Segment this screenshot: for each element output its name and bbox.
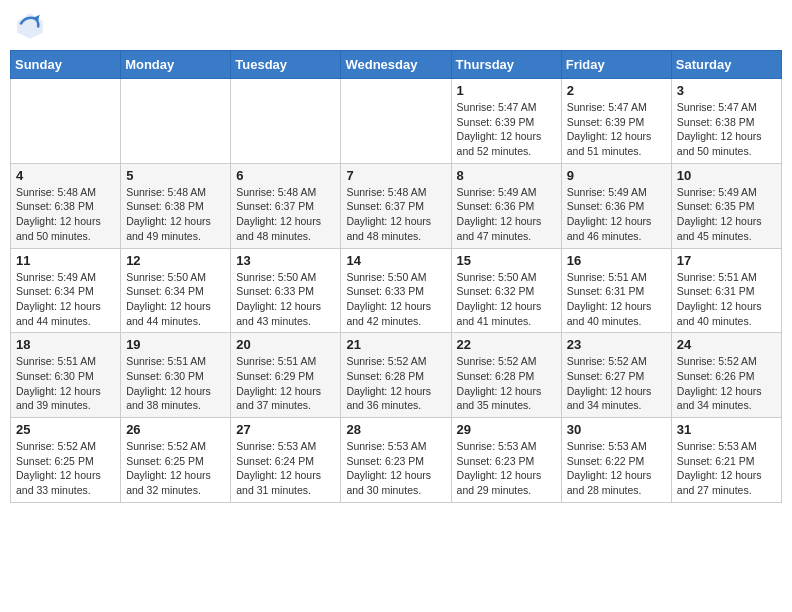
day-number: 3 bbox=[677, 83, 776, 98]
day-number: 24 bbox=[677, 337, 776, 352]
calendar-cell: 26Sunrise: 5:52 AM Sunset: 6:25 PM Dayli… bbox=[121, 418, 231, 503]
day-number: 13 bbox=[236, 253, 335, 268]
day-info: Sunrise: 5:49 AM Sunset: 6:36 PM Dayligh… bbox=[457, 185, 556, 244]
day-number: 17 bbox=[677, 253, 776, 268]
day-number: 19 bbox=[126, 337, 225, 352]
day-number: 4 bbox=[16, 168, 115, 183]
logo bbox=[14, 10, 50, 42]
calendar-header-row: SundayMondayTuesdayWednesdayThursdayFrid… bbox=[11, 51, 782, 79]
calendar-cell: 16Sunrise: 5:51 AM Sunset: 6:31 PM Dayli… bbox=[561, 248, 671, 333]
calendar-cell: 12Sunrise: 5:50 AM Sunset: 6:34 PM Dayli… bbox=[121, 248, 231, 333]
calendar-cell: 18Sunrise: 5:51 AM Sunset: 6:30 PM Dayli… bbox=[11, 333, 121, 418]
day-number: 28 bbox=[346, 422, 445, 437]
day-info: Sunrise: 5:51 AM Sunset: 6:31 PM Dayligh… bbox=[567, 270, 666, 329]
day-number: 23 bbox=[567, 337, 666, 352]
calendar-cell bbox=[231, 79, 341, 164]
day-info: Sunrise: 5:52 AM Sunset: 6:28 PM Dayligh… bbox=[346, 354, 445, 413]
calendar-week-row: 18Sunrise: 5:51 AM Sunset: 6:30 PM Dayli… bbox=[11, 333, 782, 418]
calendar-cell: 20Sunrise: 5:51 AM Sunset: 6:29 PM Dayli… bbox=[231, 333, 341, 418]
day-number: 12 bbox=[126, 253, 225, 268]
day-info: Sunrise: 5:51 AM Sunset: 6:30 PM Dayligh… bbox=[126, 354, 225, 413]
day-info: Sunrise: 5:50 AM Sunset: 6:33 PM Dayligh… bbox=[236, 270, 335, 329]
calendar-cell: 21Sunrise: 5:52 AM Sunset: 6:28 PM Dayli… bbox=[341, 333, 451, 418]
day-of-week-header: Wednesday bbox=[341, 51, 451, 79]
day-info: Sunrise: 5:51 AM Sunset: 6:29 PM Dayligh… bbox=[236, 354, 335, 413]
day-number: 10 bbox=[677, 168, 776, 183]
day-info: Sunrise: 5:53 AM Sunset: 6:22 PM Dayligh… bbox=[567, 439, 666, 498]
calendar-cell: 14Sunrise: 5:50 AM Sunset: 6:33 PM Dayli… bbox=[341, 248, 451, 333]
day-number: 9 bbox=[567, 168, 666, 183]
logo-icon bbox=[14, 10, 46, 42]
day-info: Sunrise: 5:51 AM Sunset: 6:31 PM Dayligh… bbox=[677, 270, 776, 329]
day-info: Sunrise: 5:50 AM Sunset: 6:32 PM Dayligh… bbox=[457, 270, 556, 329]
day-info: Sunrise: 5:53 AM Sunset: 6:23 PM Dayligh… bbox=[457, 439, 556, 498]
day-info: Sunrise: 5:52 AM Sunset: 6:28 PM Dayligh… bbox=[457, 354, 556, 413]
calendar-cell bbox=[11, 79, 121, 164]
day-info: Sunrise: 5:49 AM Sunset: 6:34 PM Dayligh… bbox=[16, 270, 115, 329]
calendar-cell: 15Sunrise: 5:50 AM Sunset: 6:32 PM Dayli… bbox=[451, 248, 561, 333]
calendar-cell: 28Sunrise: 5:53 AM Sunset: 6:23 PM Dayli… bbox=[341, 418, 451, 503]
day-info: Sunrise: 5:48 AM Sunset: 6:37 PM Dayligh… bbox=[346, 185, 445, 244]
calendar-table: SundayMondayTuesdayWednesdayThursdayFrid… bbox=[10, 50, 782, 503]
day-number: 8 bbox=[457, 168, 556, 183]
calendar-cell: 24Sunrise: 5:52 AM Sunset: 6:26 PM Dayli… bbox=[671, 333, 781, 418]
day-info: Sunrise: 5:53 AM Sunset: 6:23 PM Dayligh… bbox=[346, 439, 445, 498]
day-number: 2 bbox=[567, 83, 666, 98]
day-number: 6 bbox=[236, 168, 335, 183]
day-info: Sunrise: 5:49 AM Sunset: 6:36 PM Dayligh… bbox=[567, 185, 666, 244]
calendar-cell: 19Sunrise: 5:51 AM Sunset: 6:30 PM Dayli… bbox=[121, 333, 231, 418]
calendar-cell: 1Sunrise: 5:47 AM Sunset: 6:39 PM Daylig… bbox=[451, 79, 561, 164]
day-number: 5 bbox=[126, 168, 225, 183]
day-of-week-header: Tuesday bbox=[231, 51, 341, 79]
day-info: Sunrise: 5:49 AM Sunset: 6:35 PM Dayligh… bbox=[677, 185, 776, 244]
day-info: Sunrise: 5:47 AM Sunset: 6:39 PM Dayligh… bbox=[567, 100, 666, 159]
calendar-week-row: 1Sunrise: 5:47 AM Sunset: 6:39 PM Daylig… bbox=[11, 79, 782, 164]
day-info: Sunrise: 5:47 AM Sunset: 6:39 PM Dayligh… bbox=[457, 100, 556, 159]
calendar-cell bbox=[341, 79, 451, 164]
calendar-cell: 17Sunrise: 5:51 AM Sunset: 6:31 PM Dayli… bbox=[671, 248, 781, 333]
day-number: 20 bbox=[236, 337, 335, 352]
day-number: 1 bbox=[457, 83, 556, 98]
calendar-cell: 27Sunrise: 5:53 AM Sunset: 6:24 PM Dayli… bbox=[231, 418, 341, 503]
calendar-cell: 11Sunrise: 5:49 AM Sunset: 6:34 PM Dayli… bbox=[11, 248, 121, 333]
day-number: 18 bbox=[16, 337, 115, 352]
day-info: Sunrise: 5:48 AM Sunset: 6:37 PM Dayligh… bbox=[236, 185, 335, 244]
calendar-week-row: 11Sunrise: 5:49 AM Sunset: 6:34 PM Dayli… bbox=[11, 248, 782, 333]
day-number: 25 bbox=[16, 422, 115, 437]
calendar-cell: 10Sunrise: 5:49 AM Sunset: 6:35 PM Dayli… bbox=[671, 163, 781, 248]
day-number: 27 bbox=[236, 422, 335, 437]
calendar-cell: 22Sunrise: 5:52 AM Sunset: 6:28 PM Dayli… bbox=[451, 333, 561, 418]
day-number: 7 bbox=[346, 168, 445, 183]
day-info: Sunrise: 5:52 AM Sunset: 6:27 PM Dayligh… bbox=[567, 354, 666, 413]
day-of-week-header: Friday bbox=[561, 51, 671, 79]
day-of-week-header: Thursday bbox=[451, 51, 561, 79]
calendar-cell: 25Sunrise: 5:52 AM Sunset: 6:25 PM Dayli… bbox=[11, 418, 121, 503]
day-of-week-header: Sunday bbox=[11, 51, 121, 79]
day-info: Sunrise: 5:51 AM Sunset: 6:30 PM Dayligh… bbox=[16, 354, 115, 413]
calendar-week-row: 4Sunrise: 5:48 AM Sunset: 6:38 PM Daylig… bbox=[11, 163, 782, 248]
calendar-cell: 4Sunrise: 5:48 AM Sunset: 6:38 PM Daylig… bbox=[11, 163, 121, 248]
day-info: Sunrise: 5:50 AM Sunset: 6:33 PM Dayligh… bbox=[346, 270, 445, 329]
day-number: 26 bbox=[126, 422, 225, 437]
day-info: Sunrise: 5:52 AM Sunset: 6:25 PM Dayligh… bbox=[16, 439, 115, 498]
day-info: Sunrise: 5:52 AM Sunset: 6:26 PM Dayligh… bbox=[677, 354, 776, 413]
day-info: Sunrise: 5:52 AM Sunset: 6:25 PM Dayligh… bbox=[126, 439, 225, 498]
day-info: Sunrise: 5:48 AM Sunset: 6:38 PM Dayligh… bbox=[126, 185, 225, 244]
calendar-cell: 5Sunrise: 5:48 AM Sunset: 6:38 PM Daylig… bbox=[121, 163, 231, 248]
calendar-cell bbox=[121, 79, 231, 164]
page-header bbox=[10, 10, 782, 42]
day-number: 14 bbox=[346, 253, 445, 268]
day-of-week-header: Monday bbox=[121, 51, 231, 79]
calendar-cell: 6Sunrise: 5:48 AM Sunset: 6:37 PM Daylig… bbox=[231, 163, 341, 248]
day-number: 31 bbox=[677, 422, 776, 437]
day-info: Sunrise: 5:47 AM Sunset: 6:38 PM Dayligh… bbox=[677, 100, 776, 159]
day-info: Sunrise: 5:48 AM Sunset: 6:38 PM Dayligh… bbox=[16, 185, 115, 244]
calendar-cell: 8Sunrise: 5:49 AM Sunset: 6:36 PM Daylig… bbox=[451, 163, 561, 248]
day-number: 29 bbox=[457, 422, 556, 437]
day-info: Sunrise: 5:50 AM Sunset: 6:34 PM Dayligh… bbox=[126, 270, 225, 329]
calendar-week-row: 25Sunrise: 5:52 AM Sunset: 6:25 PM Dayli… bbox=[11, 418, 782, 503]
calendar-cell: 29Sunrise: 5:53 AM Sunset: 6:23 PM Dayli… bbox=[451, 418, 561, 503]
calendar-cell: 3Sunrise: 5:47 AM Sunset: 6:38 PM Daylig… bbox=[671, 79, 781, 164]
calendar-cell: 23Sunrise: 5:52 AM Sunset: 6:27 PM Dayli… bbox=[561, 333, 671, 418]
calendar-cell: 30Sunrise: 5:53 AM Sunset: 6:22 PM Dayli… bbox=[561, 418, 671, 503]
